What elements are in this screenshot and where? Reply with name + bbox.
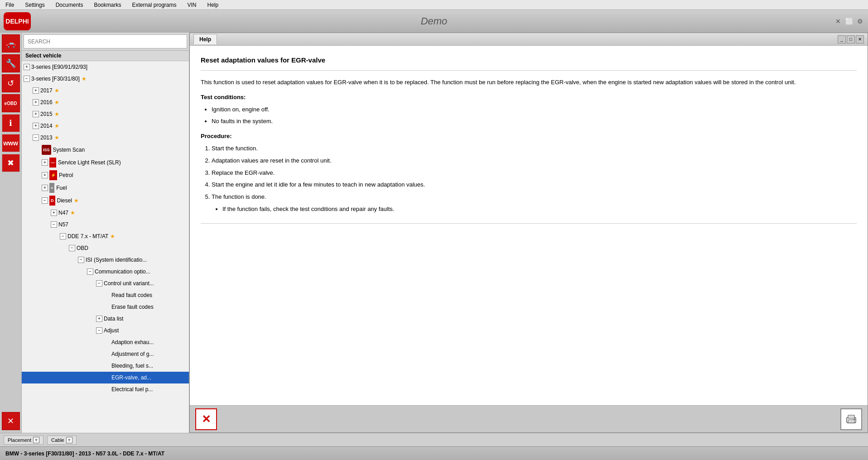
search-input[interactable] — [24, 34, 187, 48]
expand-f30[interactable]: − — [24, 76, 30, 82]
info-icon-btn[interactable]: ℹ — [2, 114, 20, 132]
test-condition-1: Ignition on, engine off. — [212, 105, 857, 115]
expand-comm[interactable]: − — [87, 268, 93, 275]
tree-node-2016[interactable]: + 2016 ★ — [22, 96, 189, 108]
tree-node-2013[interactable]: − 2013 ★ — [22, 132, 189, 144]
menu-help[interactable]: Help — [206, 1, 221, 9]
tree-node-read-faults[interactable]: Read fault codes — [22, 289, 189, 301]
app-title: Demo — [421, 15, 448, 27]
tree-node-fuel[interactable]: + ≡ Fuel — [22, 182, 189, 194]
menu-documents[interactable]: Documents — [54, 1, 85, 9]
tree-node-dde[interactable]: − DDE 7.x - MT/AT ★ — [22, 230, 189, 242]
expand-n47[interactable]: + — [51, 210, 57, 216]
svg-rect-2 — [848, 415, 854, 418]
www-icon-btn[interactable]: www — [2, 134, 20, 152]
close-window-btn[interactable]: ✕ — [834, 17, 843, 26]
tree-container[interactable]: + 3-series [E90/91/92/93] − 3-series [F3… — [22, 61, 189, 433]
tree-node-adaption-exhaust[interactable]: Adaption exhau... — [22, 336, 189, 348]
expand-petrol[interactable]: + — [42, 172, 48, 178]
menu-file[interactable]: File — [4, 1, 16, 9]
procedure-step-3: Replace the EGR-valve. — [212, 168, 857, 178]
tree-node-bleeding[interactable]: Bleeding, fuel s... — [22, 360, 189, 372]
tree-node-system-scan[interactable]: ISS System Scan — [22, 144, 189, 156]
tree-node-2017[interactable]: + 2017 ★ — [22, 85, 189, 96]
expand-control-unit[interactable]: − — [96, 280, 102, 287]
expand-obd[interactable]: − — [69, 245, 75, 251]
refresh-icon-btn[interactable]: ↺ — [2, 74, 20, 92]
obd-icon-btn[interactable]: eOBD — [2, 94, 20, 112]
tree-node-n57[interactable]: − N57 — [22, 219, 189, 230]
procedure-step-2: Adaptation values are reset in the contr… — [212, 156, 857, 166]
dialog-close-btn[interactable]: ✕ — [856, 35, 864, 43]
tree-node-diesel[interactable]: − D Diesel ★ — [22, 194, 189, 207]
printer-icon — [845, 413, 858, 426]
wrench-icon-btn[interactable]: 🔧 — [2, 54, 20, 72]
target-icon-btn[interactable]: ✖ — [2, 154, 20, 172]
tree-node-n47[interactable]: + N47 ★ — [22, 207, 189, 219]
dialog-minimize-btn[interactable]: _ — [838, 35, 846, 43]
help-content: Reset adaptation values for EGR-valve Th… — [190, 46, 868, 405]
expand-n57[interactable]: − — [51, 221, 57, 228]
help-footer — [190, 405, 868, 432]
window-controls: ✕ ⬜ ⚙ — [834, 17, 864, 26]
tree-node-2015[interactable]: + 2015 ★ — [22, 108, 189, 120]
minimize-window-btn[interactable]: ⚙ — [855, 17, 864, 26]
menu-external-programs[interactable]: External programs — [130, 1, 178, 9]
car-icon-btn[interactable]: 🚗 — [2, 34, 20, 53]
left-icon-panel: 🚗 🔧 ↺ eOBD ℹ www ✖ ✕ — [0, 33, 22, 433]
tree-node-adjustment-g[interactable]: Adjustment of g... — [22, 348, 189, 360]
cable-label: Cable — [51, 437, 64, 443]
expand-2017[interactable]: + — [33, 87, 39, 94]
dialog-maximize-btn[interactable]: □ — [847, 35, 855, 43]
procedure-step-5: The function is done. If the function fa… — [212, 192, 857, 214]
tree-node-f30[interactable]: − 3-series [F30/31/80] ★ — [22, 73, 189, 85]
expand-diesel[interactable]: − — [42, 197, 48, 204]
tree-node-egr-valve[interactable]: EGR-valve, ad... — [22, 372, 189, 383]
test-conditions-list: Ignition on, engine off. No faults in th… — [212, 105, 857, 127]
expand-dde[interactable]: − — [60, 233, 66, 240]
expand-adjust[interactable]: − — [96, 327, 102, 334]
procedure-list: Start the function. Adaptation values ar… — [212, 144, 857, 214]
cable-btn[interactable]: Cable + — [47, 436, 77, 445]
tree-node-erase-faults[interactable]: Erase fault codes — [22, 301, 189, 313]
dialog-controls: _ □ ✕ — [838, 35, 864, 43]
delphi-logo: DELPHI — [4, 12, 31, 30]
expand-e90[interactable]: + — [24, 64, 30, 70]
expand-2013[interactable]: − — [33, 134, 39, 141]
tree-node-2014[interactable]: + 2014 ★ — [22, 120, 189, 132]
close-help-button[interactable] — [195, 408, 217, 430]
close-left-btn[interactable]: ✕ — [2, 412, 20, 430]
expand-2016[interactable]: + — [33, 99, 39, 105]
tree-node-e90[interactable]: + 3-series [E90/91/92/93] — [22, 61, 189, 73]
bottom-toolbar: Placement + Cable + — [0, 433, 868, 446]
help-tab[interactable]: Help — [193, 34, 217, 44]
expand-isi[interactable]: − — [78, 257, 84, 263]
tree-node-obd[interactable]: − OBD — [22, 242, 189, 254]
expand-2014[interactable]: + — [33, 123, 39, 129]
tree-node-control-unit[interactable]: − Control unit variant... — [22, 278, 189, 289]
sidebar: Select vehicle + 3-series [E90/91/92/93]… — [22, 33, 189, 433]
expand-slr[interactable]: + — [42, 159, 48, 166]
tree-node-slr[interactable]: + — Service Light Reset (SLR) — [22, 156, 189, 169]
placement-label: Placement — [8, 437, 31, 443]
help-dialog-titlebar: Help _ □ ✕ — [190, 33, 868, 46]
tree-node-data-list[interactable]: + Data list — [22, 313, 189, 325]
maximize-window-btn[interactable]: ⬜ — [844, 17, 854, 26]
tree-node-petrol[interactable]: + ⚡ Petrol — [22, 169, 189, 182]
svg-point-3 — [854, 418, 855, 420]
tree-node-comm[interactable]: − Communication optio... — [22, 266, 189, 278]
tree-node-isi[interactable]: − ISI (System identificatio... — [22, 254, 189, 266]
print-button[interactable] — [840, 408, 862, 430]
tree-node-adjust[interactable]: − Adjust — [22, 325, 189, 336]
menu-bookmarks[interactable]: Bookmarks — [92, 1, 123, 9]
expand-fuel[interactable]: + — [42, 185, 48, 191]
menu-vin[interactable]: VIN — [185, 1, 198, 9]
right-panel: Help _ □ ✕ Reset adaptation values for E… — [189, 33, 868, 433]
placement-btn[interactable]: Placement + — [4, 436, 43, 445]
expand-data-list[interactable]: + — [96, 316, 102, 322]
sidebar-toolbar — [22, 33, 189, 51]
menu-bar: File Settings Documents Bookmarks Extern… — [0, 0, 868, 10]
tree-node-electrical-fuel[interactable]: Electrical fuel p... — [22, 383, 189, 395]
expand-2015[interactable]: + — [33, 111, 39, 117]
menu-settings[interactable]: Settings — [23, 1, 46, 9]
